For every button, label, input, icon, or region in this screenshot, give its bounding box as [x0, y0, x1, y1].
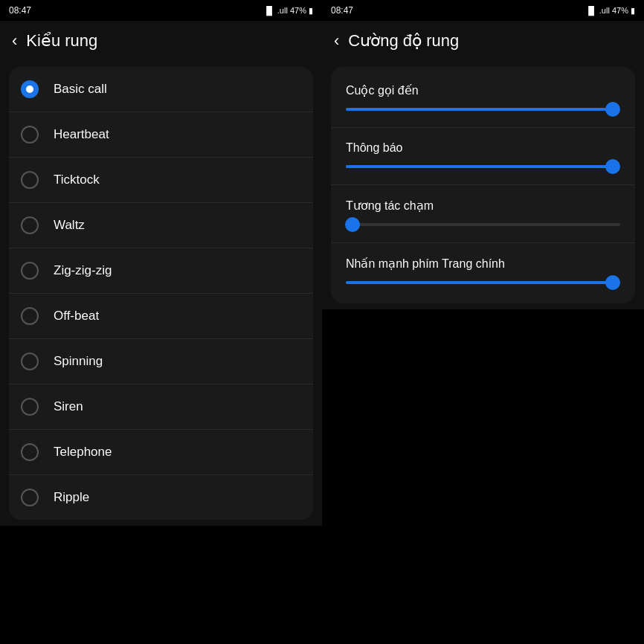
- slider-track-notification[interactable]: [346, 165, 620, 168]
- list-item[interactable]: Ripple: [9, 475, 313, 520]
- left-status-icons: ▐▌ .ull 47% ▮: [263, 6, 313, 16]
- right-status-icons: ▐▌ .ull 47% ▮: [585, 6, 635, 16]
- left-status-bar: 08:47 ▐▌ .ull 47% ▮: [0, 0, 322, 21]
- slider-label-home-key: Nhấn mạnh phím Trang chính: [346, 257, 620, 271]
- slider-home-key: Nhấn mạnh phím Trang chính: [331, 243, 635, 300]
- right-status-bar: 08:47 ▐▌ .ull 47% ▮: [322, 0, 644, 21]
- vibration-pattern-list: Basic call Heartbeat Ticktock Waltz Zig-…: [9, 67, 313, 520]
- left-panel: 08:47 ▐▌ .ull 47% ▮ ‹ Kiểu rung Basic ca…: [0, 0, 322, 644]
- list-item[interactable]: Spinning: [9, 339, 313, 384]
- radio-spinning[interactable]: [21, 352, 39, 370]
- right-back-button[interactable]: ‹: [334, 31, 339, 51]
- slider-thumb-incoming-call[interactable]: [605, 102, 620, 117]
- right-panel: 08:47 ▐▌ .ull 47% ▮ ‹ Cường độ rung Cuộc…: [322, 0, 644, 644]
- radio-telephone[interactable]: [21, 443, 39, 461]
- slider-fill-incoming-call: [346, 108, 609, 111]
- list-item[interactable]: Ticktock: [9, 158, 313, 203]
- right-page-title: Cường độ rung: [348, 31, 459, 51]
- item-label-heartbeat: Heartbeat: [54, 127, 109, 142]
- left-bottom: [0, 526, 322, 644]
- slider-thumb-notification[interactable]: [605, 159, 620, 174]
- item-label-ticktock: Ticktock: [54, 173, 100, 187]
- slider-label-notification: Thông báo: [346, 141, 620, 155]
- item-label-off-beat: Off-beat: [54, 309, 99, 323]
- radio-basic-call[interactable]: [21, 80, 39, 98]
- slider-label-incoming-call: Cuộc gọi đến: [346, 83, 620, 97]
- slider-thumb-home-key[interactable]: [605, 275, 620, 290]
- list-item[interactable]: Waltz: [9, 203, 313, 248]
- slider-label-touch-interaction: Tương tác chạm: [346, 199, 620, 213]
- left-header: ‹ Kiểu rung: [0, 21, 322, 61]
- slider-fill-home-key: [346, 281, 609, 284]
- left-status-time: 08:47: [9, 5, 31, 16]
- slider-thumb-touch-interaction[interactable]: [345, 217, 360, 232]
- radio-heartbeat[interactable]: [21, 126, 39, 144]
- slider-track-incoming-call[interactable]: [346, 108, 620, 111]
- radio-waltz[interactable]: [21, 216, 39, 234]
- right-bottom: [322, 309, 644, 644]
- slider-notification: Thông báo: [331, 128, 635, 185]
- left-back-button[interactable]: ‹: [12, 31, 17, 51]
- item-label-ripple: Ripple: [54, 490, 89, 505]
- list-item[interactable]: Zig-zig-zig: [9, 248, 313, 294]
- radio-ticktock[interactable]: [21, 171, 39, 189]
- radio-ripple[interactable]: [21, 489, 39, 506]
- item-label-telephone: Telephone: [54, 445, 112, 460]
- list-item[interactable]: Siren: [9, 384, 313, 430]
- item-label-waltz: Waltz: [54, 218, 85, 233]
- item-label-zig-zig-zig: Zig-zig-zig: [54, 263, 112, 278]
- item-label-spinning: Spinning: [54, 354, 103, 369]
- slider-incoming-call: Cuộc gọi đến: [331, 70, 635, 128]
- list-item[interactable]: Basic call: [9, 67, 313, 112]
- list-item[interactable]: Heartbeat: [9, 112, 313, 158]
- slider-track-home-key[interactable]: [346, 281, 620, 284]
- item-label-siren: Siren: [54, 399, 83, 414]
- slider-fill-notification: [346, 165, 609, 168]
- right-status-time: 08:47: [331, 5, 353, 16]
- radio-off-beat[interactable]: [21, 307, 39, 325]
- list-item[interactable]: Telephone: [9, 430, 313, 475]
- right-header: ‹ Cường độ rung: [322, 21, 644, 61]
- left-page-title: Kiểu rung: [26, 31, 97, 51]
- vibration-intensity-list: Cuộc gọi đến Thông báo Tương tác chạm: [331, 67, 635, 303]
- slider-track-touch-interaction[interactable]: [346, 223, 620, 226]
- list-item[interactable]: Off-beat: [9, 294, 313, 339]
- radio-siren[interactable]: [21, 398, 39, 416]
- item-label-basic-call: Basic call: [54, 82, 107, 97]
- radio-zig-zig-zig[interactable]: [21, 262, 39, 280]
- slider-touch-interaction: Tương tác chạm: [331, 185, 635, 243]
